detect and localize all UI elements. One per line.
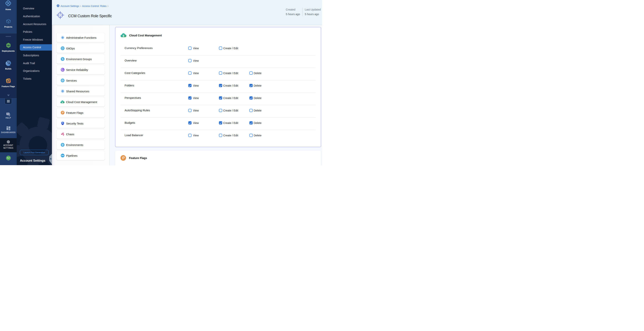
svg-text:∞: ∞ (7, 43, 10, 47)
svg-text:$: $ (62, 101, 63, 103)
svg-text:$: $ (122, 34, 124, 37)
svg-text:?: ? (7, 113, 8, 115)
